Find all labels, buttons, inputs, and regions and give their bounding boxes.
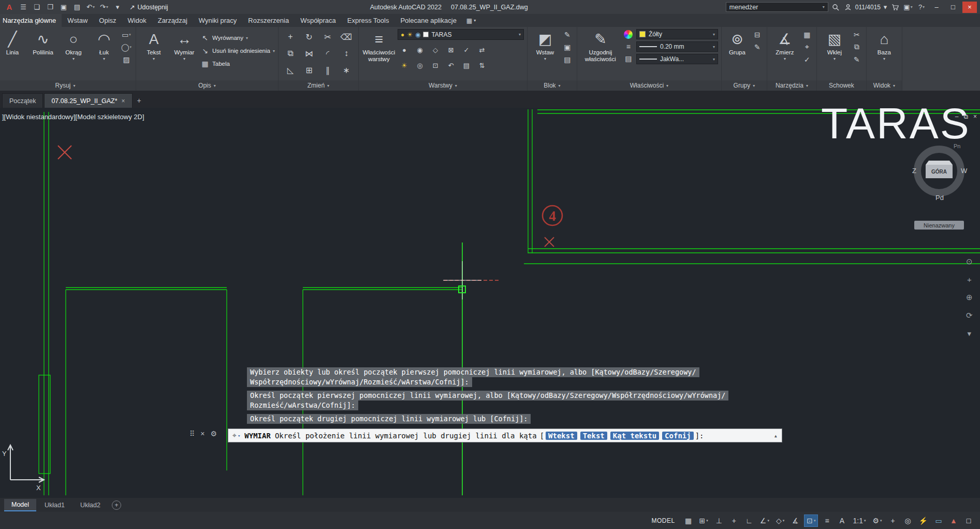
tab-express-tools[interactable]: Express Tools bbox=[342, 14, 395, 27]
text-button[interactable]: ATekst▾ bbox=[139, 29, 168, 78]
panel-label-opis[interactable]: Opis▾ bbox=[136, 80, 278, 91]
viewcube-west-label[interactable]: Z bbox=[912, 167, 916, 175]
layer-isolate-button[interactable]: ◉ bbox=[413, 44, 427, 55]
stretch-button[interactable]: ↕ bbox=[338, 46, 355, 61]
tab-zarzadzaj[interactable]: Zarządzaj bbox=[152, 14, 193, 27]
user-dropdown-icon[interactable]: ▾ bbox=[883, 2, 888, 13]
infer-constraints-icon[interactable]: ⊥ bbox=[713, 514, 725, 527]
grip-handle-icon[interactable]: ⠿ bbox=[189, 430, 195, 438]
isolate-objects-icon[interactable]: ◎ bbox=[902, 514, 914, 527]
remove-leader-button[interactable]: ↘Usuń linię odniesienia▾ bbox=[200, 45, 275, 56]
group-button[interactable]: ⊚Grupa bbox=[725, 29, 750, 78]
search-dropdown-icon[interactable]: ▾ bbox=[823, 5, 825, 9]
layer-dropdown[interactable]: ● ☀ ◉ TARAS ▾ bbox=[398, 29, 524, 40]
tab-widok[interactable]: Widok bbox=[122, 14, 152, 27]
tab-wspolpraca[interactable]: Współpraca bbox=[295, 14, 342, 27]
hatch-button[interactable]: ▨ bbox=[120, 54, 133, 65]
copy-clip-button[interactable]: ⧉ bbox=[851, 41, 863, 52]
ungroup-button[interactable]: ⊟ bbox=[751, 29, 764, 40]
viewcube[interactable]: GÓRA Z W Pd Pn bbox=[908, 139, 970, 206]
cut-button[interactable]: ✂ bbox=[851, 29, 863, 40]
new-layout-button[interactable]: + bbox=[112, 501, 121, 510]
maximize-button[interactable]: □ bbox=[946, 2, 960, 13]
redo-icon[interactable]: ↷▾ bbox=[98, 2, 110, 13]
drawing-viewport[interactable]: 4 Y X ][Widok niestandardowy][Model szki… bbox=[0, 108, 980, 498]
workspace-gear-icon[interactable]: ⚙▾ bbox=[870, 514, 884, 527]
dynamic-input-icon[interactable]: + bbox=[728, 514, 740, 527]
search-input[interactable]: menedżer ▾ bbox=[726, 2, 828, 12]
clean-screen-icon[interactable]: □ bbox=[962, 514, 975, 527]
erase-button[interactable]: ⌫ bbox=[338, 29, 355, 45]
ribbon-display-toggle[interactable]: ▦ ▾ bbox=[462, 14, 480, 27]
layer-freeze-button[interactable]: ◇ bbox=[429, 44, 442, 55]
help-icon[interactable]: ?▾ bbox=[916, 2, 927, 13]
block-define-button[interactable]: ▣ bbox=[561, 41, 574, 52]
user-icon[interactable] bbox=[843, 2, 853, 12]
viewcube-east-label[interactable]: W bbox=[961, 167, 968, 175]
panel-label-narzedzia[interactable]: Narzędzia▾ bbox=[767, 80, 816, 91]
autocad-logo-icon[interactable]: A bbox=[3, 3, 16, 11]
layer-thaw-button[interactable]: ◎ bbox=[413, 60, 427, 71]
dr-close-icon[interactable]: × bbox=[973, 113, 977, 120]
viewcube-top-label[interactable]: GÓRA bbox=[931, 168, 947, 175]
viewcube-north-label[interactable]: Pn bbox=[954, 143, 960, 149]
close-button[interactable]: × bbox=[962, 2, 977, 13]
annotation-monitor-icon[interactable]: ▲ bbox=[947, 514, 960, 527]
tab-polecane-aplikacje[interactable]: Polecane aplikacje bbox=[394, 14, 462, 27]
new-file-tab-button[interactable]: + bbox=[134, 95, 145, 106]
save-icon[interactable]: ▣ bbox=[58, 2, 69, 13]
insert-block-button[interactable]: ◩Wstaw▾ bbox=[531, 29, 560, 78]
lineweight-dropdown[interactable]: 0.20 mm ▾ bbox=[636, 41, 718, 52]
keyword-kat-tekstu[interactable]: Kąt tekstu bbox=[610, 432, 659, 440]
circle-button[interactable]: ○Okrąg▾ bbox=[59, 29, 88, 78]
copy-button[interactable]: ⧉ bbox=[282, 46, 299, 61]
scale-button[interactable]: ◺ bbox=[282, 62, 299, 78]
panel-label-blok[interactable]: Blok▾ bbox=[528, 80, 577, 91]
model-space-toggle[interactable]: MODEL bbox=[647, 514, 679, 527]
trim-button[interactable]: ✂ bbox=[319, 29, 337, 45]
color-dropdown[interactable]: Żółty ▾ bbox=[636, 29, 718, 39]
dr-minimize-icon[interactable]: – bbox=[955, 113, 959, 120]
object-snap-icon[interactable]: ⊡▾ bbox=[804, 514, 818, 527]
polar-tracking-icon[interactable]: ∠▾ bbox=[758, 514, 771, 527]
object-snap-tracking-icon[interactable]: ∡ bbox=[789, 514, 801, 527]
share-button[interactable]: ↗ Udostępnij bbox=[125, 3, 172, 11]
panel-label-widok[interactable]: Widok▾ bbox=[867, 80, 902, 91]
steering-wheel-icon[interactable]: ⊙ bbox=[966, 257, 973, 266]
panel-label-grupy[interactable]: Grupy▾ bbox=[722, 80, 767, 91]
layer-on-all-button[interactable]: ☀ bbox=[398, 60, 411, 71]
quick-calc-button[interactable]: ▦ bbox=[801, 29, 813, 40]
tab-wstaw[interactable]: Wstaw bbox=[62, 14, 93, 27]
layer-off-button[interactable]: ● bbox=[398, 44, 411, 55]
panel-label-warstwy[interactable]: Warstwy▾ bbox=[359, 80, 527, 91]
group-edit-button[interactable]: ✎ bbox=[751, 41, 764, 52]
annotation-scale-button[interactable]: 1:1▾ bbox=[851, 514, 868, 527]
mirror-button[interactable]: ⋈ bbox=[300, 46, 318, 61]
customization-plus-icon[interactable]: + bbox=[887, 514, 899, 527]
command-expand-icon[interactable]: ▴ bbox=[774, 432, 778, 439]
array-button[interactable]: ⊞ bbox=[300, 62, 318, 78]
arc-button[interactable]: ◠Łuk▾ bbox=[90, 29, 119, 78]
app-manager-icon[interactable]: ▣▾ bbox=[902, 2, 914, 13]
command-close-icon[interactable]: × bbox=[200, 430, 204, 438]
layer-dropdown-caret-icon[interactable]: ▾ bbox=[519, 32, 521, 37]
panel-label-rysuj[interactable]: Rysuj▾ bbox=[0, 80, 136, 91]
command-line[interactable]: ⌖ ▾ WYMIAR Określ położenie linii wymiar… bbox=[228, 428, 782, 442]
tab-model[interactable]: Model bbox=[4, 499, 36, 511]
multileader-button[interactable]: ↖Wyrównany▾ bbox=[200, 32, 275, 44]
keyword-cofnij[interactable]: Cofnij bbox=[662, 432, 694, 440]
base-view-button[interactable]: ⌂Baza▾ bbox=[870, 29, 899, 78]
layer-match-button[interactable]: ✓ bbox=[460, 44, 473, 55]
zoom-icon[interactable]: ⊕ bbox=[966, 293, 973, 302]
plot-icon[interactable]: ▤ bbox=[71, 2, 83, 13]
file-tab-start[interactable]: Początek bbox=[2, 93, 43, 108]
id-point-button[interactable]: ⌖ bbox=[801, 41, 813, 52]
user-id[interactable]: 011/4015 bbox=[855, 4, 881, 11]
tab-narzedzia-glowne[interactable]: Narzędzia główne bbox=[0, 14, 62, 27]
layer-bulb-icon[interactable]: ● bbox=[401, 31, 404, 38]
grid-toggle-icon[interactable]: ▦ bbox=[682, 514, 695, 527]
explode-button[interactable]: ∗ bbox=[338, 62, 355, 78]
offset-button[interactable]: ∥ bbox=[319, 62, 337, 78]
rotate-button[interactable]: ↻ bbox=[300, 29, 318, 45]
new-drawing-icon[interactable]: ❏ bbox=[31, 2, 42, 13]
